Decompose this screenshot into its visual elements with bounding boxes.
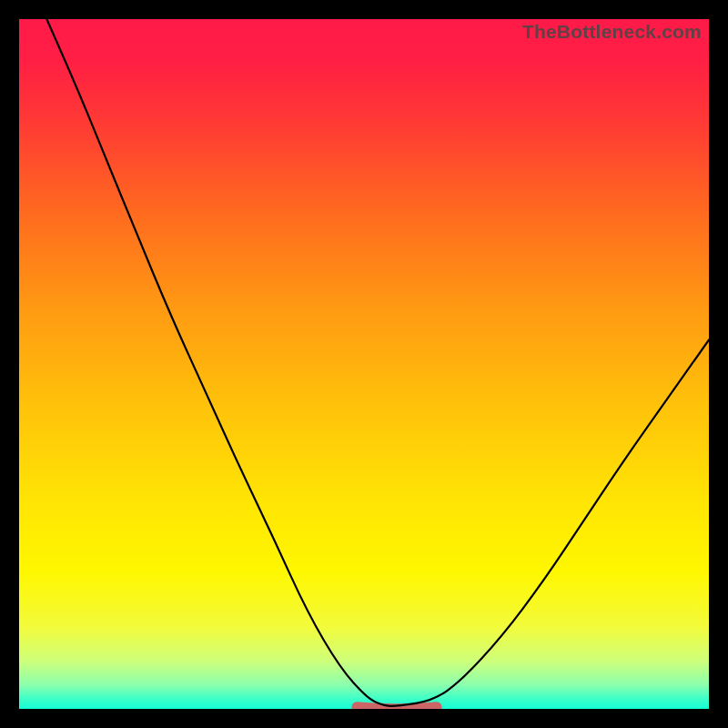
plot-area: TheBottleneck.com [19,19,709,709]
chart-frame: TheBottleneck.com [0,0,728,728]
watermark-text: TheBottleneck.com [522,21,702,43]
bottleneck-curve [19,19,709,709]
